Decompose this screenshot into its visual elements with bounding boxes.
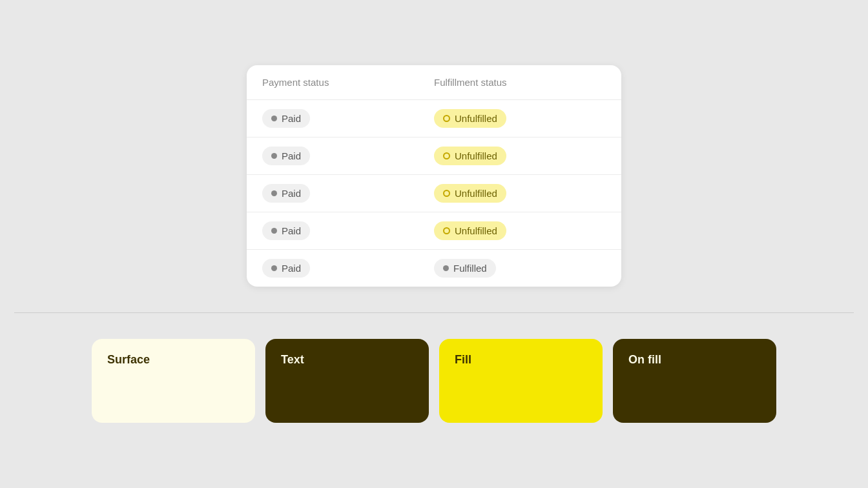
payment-cell: Paid — [262, 221, 434, 240]
payment-cell: Paid — [262, 184, 434, 203]
payment-cell: Paid — [262, 109, 434, 128]
swatch-fill-label: Fill — [455, 353, 471, 367]
fulfillment-cell: Fulfilled — [434, 259, 606, 278]
fulfillment-cell: Unfulfilled — [434, 109, 606, 128]
swatch-surface: Surface — [92, 339, 255, 423]
paid-badge: Paid — [262, 259, 310, 278]
payment-cell: Paid — [262, 147, 434, 165]
table-row: Paid Unfulfilled — [247, 137, 621, 175]
fulfillment-cell: Unfulfilled — [434, 147, 606, 165]
table-row: Paid Unfulfilled — [247, 175, 621, 212]
paid-badge: Paid — [262, 109, 310, 128]
paid-badge: Paid — [262, 184, 310, 203]
unfulfilled-badge: Unfulfilled — [434, 147, 506, 165]
payment-status-header: Payment status — [262, 77, 434, 88]
paid-badge: Paid — [262, 221, 310, 240]
swatch-fill: Fill — [439, 339, 603, 423]
paid-dot-icon — [271, 228, 277, 234]
swatch-text-label: Text — [281, 353, 304, 367]
paid-badge: Paid — [262, 147, 310, 165]
fulfillment-status-header: Fulfillment status — [434, 77, 606, 88]
fulfillment-cell: Unfulfilled — [434, 221, 606, 240]
section-divider — [14, 312, 854, 313]
paid-dot-icon — [271, 265, 277, 271]
paid-dot-icon — [271, 153, 277, 159]
payment-cell: Paid — [262, 259, 434, 278]
fulfilled-dot-icon — [443, 265, 449, 271]
paid-dot-icon — [271, 116, 277, 121]
table-header: Payment status Fulfillment status — [247, 65, 621, 100]
swatch-onfill: On fill — [613, 339, 776, 423]
fulfillment-cell: Unfulfilled — [434, 184, 606, 203]
swatch-onfill-label: On fill — [628, 353, 661, 367]
table-row: Paid Unfulfilled — [247, 100, 621, 137]
status-table: Payment status Fulfillment status Paid U… — [247, 65, 621, 287]
unfulfilled-circle-icon — [443, 227, 450, 234]
color-swatches: Surface Text Fill On fill — [92, 339, 776, 423]
unfulfilled-badge: Unfulfilled — [434, 221, 506, 240]
unfulfilled-circle-icon — [443, 152, 450, 159]
unfulfilled-badge: Unfulfilled — [434, 109, 506, 128]
swatch-surface-label: Surface — [107, 353, 150, 367]
unfulfilled-circle-icon — [443, 115, 450, 122]
unfulfilled-badge: Unfulfilled — [434, 184, 506, 203]
swatch-text: Text — [265, 339, 429, 423]
fulfilled-badge: Fulfilled — [434, 259, 496, 278]
table-row: Paid Fulfilled — [247, 250, 621, 287]
unfulfilled-circle-icon — [443, 190, 450, 197]
table-row: Paid Unfulfilled — [247, 212, 621, 250]
paid-dot-icon — [271, 190, 277, 196]
